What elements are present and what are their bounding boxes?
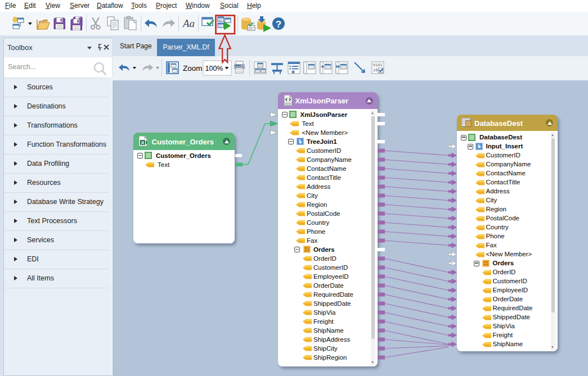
svg-text:X: X — [141, 140, 144, 146]
svg-text:?: ? — [276, 19, 281, 30]
svg-text:100%: 100% — [205, 65, 223, 73]
svg-text:0101: 0101 — [373, 63, 383, 67]
svg-text:Aa: Aa — [182, 17, 195, 29]
svg-text:10: 10 — [373, 68, 378, 73]
svg-text:Zoom: Zoom — [183, 64, 203, 73]
